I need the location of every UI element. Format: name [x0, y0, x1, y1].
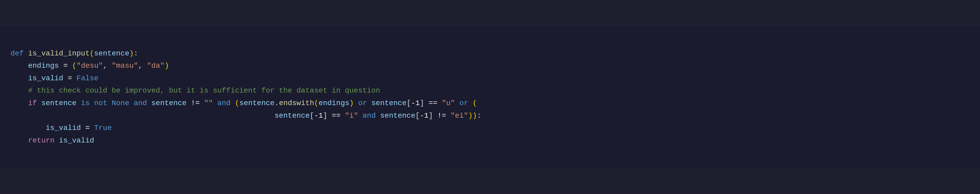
line-3: is_valid = False	[11, 74, 99, 82]
line-8: return is_valid	[11, 136, 94, 145]
line-4: # this check could be improved, but it i…	[11, 87, 380, 95]
line-2: endings = ("desu", "masu", "da")	[11, 62, 169, 70]
line-1: def is_valid_input(sentence):	[11, 49, 138, 58]
code-block: def is_valid_input(sentence): endings = …	[11, 35, 969, 159]
line-5: if sentence is not None and sentence != …	[11, 99, 477, 107]
line-6: sentence[-1] == "i" and sentence[-1] != …	[11, 112, 481, 120]
line-7: is_valid = True	[11, 124, 112, 132]
code-container: def is_valid_input(sentence): endings = …	[0, 27, 980, 167]
